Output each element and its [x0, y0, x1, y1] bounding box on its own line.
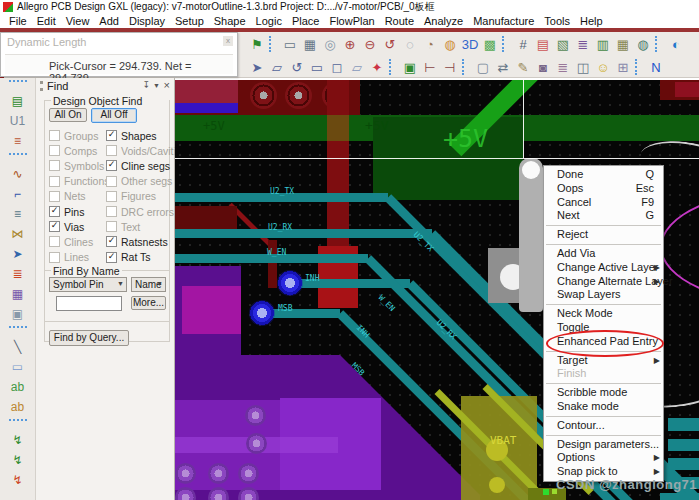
all-off-button[interactable]: All Off	[91, 108, 137, 123]
menu-item[interactable]: Design parameters...	[544, 438, 663, 452]
view-3d-icon[interactable]: 3D	[460, 35, 480, 54]
circle-select-icon[interactable]: ◻	[327, 58, 347, 77]
filter-checkbox[interactable]: Lines	[49, 250, 110, 265]
polygon-select-icon[interactable]: ▱	[267, 58, 287, 77]
status-icon[interactable]: ▦	[613, 35, 633, 54]
menubar-item[interactable]: Edit	[32, 15, 61, 27]
zoom-window-icon[interactable]: ▭	[280, 35, 300, 54]
menu-item[interactable]: Cancel F9	[544, 196, 663, 210]
menu-item[interactable]: Enhanced Pad Entry	[544, 335, 663, 349]
tune-delay-icon[interactable]: ↯	[6, 430, 30, 450]
menu-item[interactable]: Snake mode	[544, 400, 663, 414]
toolbar-icon[interactable]	[9, 80, 27, 89]
toolbar-icon[interactable]	[655, 36, 664, 52]
menubar-item[interactable]: View	[61, 15, 95, 27]
color-priority-icon[interactable]: ▤	[533, 35, 553, 54]
menu-item[interactable]: Change Alternate Layer	[544, 275, 663, 289]
measure-icon[interactable]: ⊢	[420, 58, 440, 77]
dots-grid-icon[interactable]: ⊞	[613, 58, 633, 77]
menu-item[interactable]: Toggle	[544, 321, 663, 335]
layer-stack-icon[interactable]: ▧	[553, 35, 573, 54]
menubar-item[interactable]: Route	[380, 15, 419, 27]
menu-item[interactable]: Change Active Layer	[544, 261, 663, 275]
menu-item[interactable]: Reject	[544, 228, 663, 242]
toolbar-icon[interactable]	[389, 59, 398, 75]
fanout-icon[interactable]: ➤	[6, 244, 30, 264]
drag-handle-icon[interactable]	[40, 81, 46, 91]
zoom-out-icon[interactable]: ⊖	[360, 35, 380, 54]
constraints-icon[interactable]: ▥	[593, 35, 613, 54]
name-mode-select[interactable]: Name▼	[131, 277, 166, 292]
close-icon[interactable]: ×	[164, 79, 170, 91]
menu-item[interactable]: Done Q	[544, 168, 663, 182]
label-icon[interactable]: ◫	[573, 58, 593, 77]
pin-swap-icon[interactable]: ⋈	[6, 224, 30, 244]
redraw-icon[interactable]: ◔	[420, 35, 440, 54]
shadow-mode-icon[interactable]: ◍	[440, 35, 460, 54]
filter-checkbox[interactable]: Clines	[49, 234, 110, 249]
toolbar-icon[interactable]	[9, 326, 27, 335]
toolbar-icon[interactable]	[462, 59, 471, 75]
menubar-item[interactable]: Display	[124, 15, 170, 27]
zoom-points-icon[interactable]: ◎	[320, 35, 340, 54]
text-edit-icon[interactable]: ab	[6, 397, 30, 417]
zoom-in-icon[interactable]: ⊕	[340, 35, 360, 54]
zoom-selection-icon[interactable]: ◌	[400, 35, 420, 54]
part-u1-icon[interactable]: U1	[6, 111, 30, 131]
menu-item[interactable]: Add Via	[544, 247, 663, 261]
select-pointer-icon[interactable]: ➤	[247, 58, 267, 77]
pad-edit-icon[interactable]: ▢	[473, 58, 493, 77]
menubar-item[interactable]: Place	[287, 15, 325, 27]
zoom-previous-icon[interactable]: ↺	[380, 35, 400, 54]
menu-item[interactable]: Next G	[544, 209, 663, 223]
toolbar-icon[interactable]	[502, 36, 511, 52]
filter-checkbox[interactable]: Functions	[49, 174, 110, 189]
menu-item[interactable]: Scribble mode	[544, 386, 663, 400]
filter-checkbox[interactable]: Nets	[49, 189, 110, 204]
flip-icon[interactable]: ⇄	[493, 58, 513, 77]
world-view-icon[interactable]: ◍	[633, 35, 653, 54]
menubar-item[interactable]: Tools	[539, 15, 575, 27]
grid-toggle-icon[interactable]: #	[513, 35, 533, 54]
menu-item[interactable]: Oops Esc	[544, 182, 663, 196]
find-by-query-button[interactable]: Find by Query...	[49, 330, 129, 346]
zoom-grid-icon[interactable]: ▦	[300, 35, 320, 54]
filter-checkbox[interactable]: Comps	[49, 143, 110, 158]
line-icon[interactable]: ╲	[6, 337, 30, 357]
color-dialog-icon[interactable]: ▩	[480, 35, 500, 54]
tune-delay3-icon[interactable]: ↯	[6, 470, 30, 490]
pin-toolbar-icon[interactable]: ⚑	[247, 35, 267, 54]
menu-item[interactable]: Swap Layers	[544, 288, 663, 302]
toolbar-icon[interactable]	[9, 153, 27, 162]
menubar-item[interactable]: Help	[575, 15, 608, 27]
toolbar-icon[interactable]	[635, 59, 644, 75]
signal-probe-icon[interactable]: N	[646, 58, 666, 77]
pin-icon[interactable]: ↧	[142, 80, 150, 90]
more-button[interactable]: More...	[131, 296, 166, 310]
menubar-item[interactable]: Setup	[170, 15, 209, 27]
info-icon[interactable]: ◐	[666, 35, 686, 54]
menu-item[interactable]: Contour...	[544, 419, 663, 433]
ruler-icon[interactable]: ⊣	[440, 58, 460, 77]
menubar-item[interactable]: Add	[94, 15, 124, 27]
undo-icon[interactable]: ↺	[287, 58, 307, 77]
layer-red-icon[interactable]: ≣	[6, 264, 30, 284]
stamp-icon[interactable]: ✦	[367, 58, 387, 77]
filter-checkbox[interactable]: Vias	[49, 219, 110, 234]
toolbar-icon[interactable]	[9, 419, 27, 428]
filter-checkbox[interactable]: Symbols	[49, 158, 110, 173]
export-design-icon[interactable]: ▤	[6, 91, 30, 111]
menubar-item[interactable]: Manufacture	[468, 15, 539, 27]
color-grid-icon[interactable]: ▦	[6, 284, 30, 304]
all-on-button[interactable]: All On	[49, 108, 87, 122]
smiley-icon[interactable]: ☺	[593, 58, 613, 77]
padstack-icon[interactable]: ▣	[400, 58, 420, 77]
tune-icon[interactable]: ✎	[513, 58, 533, 77]
component-link-icon[interactable]: ≡	[6, 131, 30, 151]
cross-section-icon[interactable]: ≣	[573, 35, 593, 54]
text-add-icon[interactable]: ab	[6, 377, 30, 397]
menubar-item[interactable]: Analyze	[419, 15, 468, 27]
copy-icon[interactable]: ▣	[6, 304, 30, 324]
find-type-select[interactable]: Symbol Pin▼	[49, 277, 127, 292]
menu-item[interactable]: Neck Mode	[544, 307, 663, 321]
